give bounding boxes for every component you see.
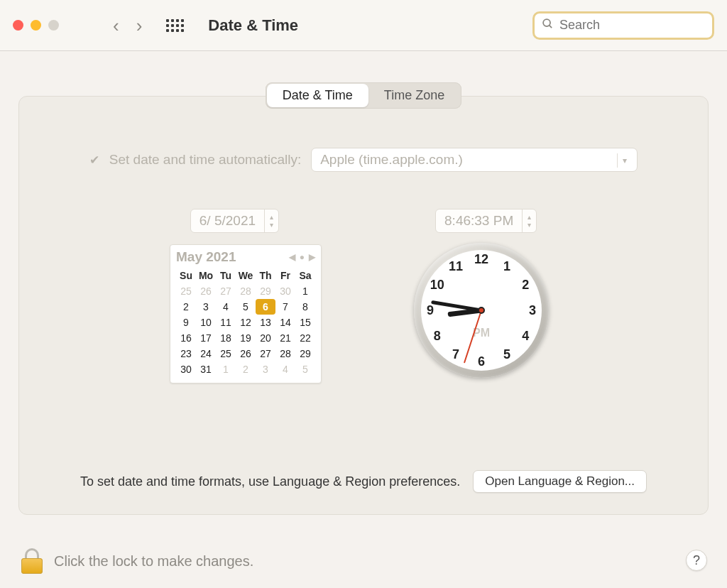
clock-number: 2: [522, 278, 529, 293]
calendar-today-icon[interactable]: ●: [300, 252, 305, 262]
tab-time-zone[interactable]: Time Zone: [368, 84, 460, 107]
chevron-down-icon: ▾: [617, 153, 631, 168]
tab-date-time[interactable]: Date & Time: [267, 84, 368, 107]
calendar-day[interactable]: 25: [216, 346, 236, 361]
clock-number: 3: [529, 303, 536, 318]
calendar-weekday: We: [236, 268, 256, 283]
calendar-day[interactable]: 6: [256, 299, 275, 315]
calendar-day[interactable]: 19: [236, 330, 256, 346]
search-field-wrap[interactable]: [532, 11, 714, 40]
search-input[interactable]: [559, 18, 724, 33]
calendar-day[interactable]: 30: [176, 361, 196, 377]
calendar-day[interactable]: 13: [256, 315, 275, 330]
date-field[interactable]: 6/ 5/2021 ▴▾: [190, 209, 279, 233]
calendar-day[interactable]: 27: [256, 346, 275, 361]
minimize-window-button[interactable]: [31, 20, 41, 31]
calendar-day[interactable]: 23: [176, 346, 196, 361]
calendar-day[interactable]: 18: [216, 330, 236, 346]
calendar-day[interactable]: 5: [295, 361, 315, 377]
calendar-day[interactable]: 29: [295, 346, 315, 361]
calendar-day[interactable]: 16: [176, 330, 196, 346]
calendar-day[interactable]: 25: [176, 283, 196, 299]
time-field[interactable]: 8:46:33 PM ▴▾: [435, 209, 537, 233]
calendar-weekday: Fr: [275, 268, 295, 283]
calendar-day[interactable]: 2: [176, 299, 196, 315]
forward-button[interactable]: ›: [136, 16, 143, 35]
clock-number: 7: [452, 347, 459, 362]
lock-row: Click the lock to make changes.: [21, 548, 253, 574]
zoom-window-button[interactable]: [48, 20, 59, 31]
auto-set-row: ✔ Set date and time automatically: Apple…: [19, 148, 708, 172]
calendar-day[interactable]: 31: [196, 361, 216, 377]
svg-point-0: [543, 19, 550, 26]
calendar-day[interactable]: 3: [196, 299, 216, 315]
calendar-day[interactable]: 26: [196, 283, 216, 299]
calendar-day[interactable]: 29: [256, 283, 275, 299]
nav-arrows: ‹ ›: [113, 16, 142, 35]
calendar-day[interactable]: 1: [295, 283, 315, 299]
calendar-day[interactable]: 1: [216, 361, 236, 377]
lock-icon[interactable]: [21, 548, 43, 574]
calendar-day[interactable]: 21: [275, 330, 295, 346]
calendar-day[interactable]: 2: [236, 361, 256, 377]
calendar-day[interactable]: 10: [196, 315, 216, 330]
calendar-day[interactable]: 14: [275, 315, 295, 330]
calendar-day[interactable]: 15: [295, 315, 315, 330]
calendar-day[interactable]: 20: [256, 330, 275, 346]
traffic-lights: [13, 20, 59, 31]
back-button[interactable]: ‹: [113, 16, 119, 35]
calendar-weekday: Sa: [295, 268, 315, 283]
close-window-button[interactable]: [13, 20, 23, 31]
search-icon: [542, 18, 554, 33]
svg-line-1: [550, 25, 552, 28]
auto-set-label: Set date and time automatically:: [109, 152, 301, 168]
calendar-title: May 2021: [176, 249, 236, 265]
calendar-weekday: Tu: [216, 268, 236, 283]
calendar-day[interactable]: 12: [236, 315, 256, 330]
clock-number: 9: [427, 303, 434, 318]
time-field-value: 8:46:33 PM: [436, 213, 522, 229]
format-hint: To set date and time formats, use Langua…: [80, 474, 460, 489]
open-language-region-button[interactable]: Open Language & Region...: [473, 470, 647, 493]
calendar-day[interactable]: 9: [176, 315, 196, 330]
time-stepper[interactable]: ▴▾: [522, 209, 536, 232]
clock-number: 11: [449, 258, 463, 273]
calendar[interactable]: May 2021 ◀ ● ▶ SuMoTuWeThFrSa25262728293…: [170, 244, 322, 383]
calendar-day[interactable]: 27: [216, 283, 236, 299]
clock-number: 1: [503, 258, 510, 273]
calendar-day[interactable]: 4: [216, 299, 236, 315]
calendar-day[interactable]: 22: [295, 330, 315, 346]
calendar-prev-icon[interactable]: ◀: [289, 252, 295, 262]
show-all-prefs-button[interactable]: [166, 19, 184, 32]
calendar-day[interactable]: 24: [196, 346, 216, 361]
calendar-day[interactable]: 5: [236, 299, 256, 315]
calendar-day[interactable]: 4: [275, 361, 295, 377]
calendar-nav: ◀ ● ▶: [289, 252, 315, 262]
ntp-server-select[interactable]: Apple (time.apple.com.) ▾: [311, 148, 638, 172]
date-stepper[interactable]: ▴▾: [264, 209, 278, 232]
date-field-value: 6/ 5/2021: [191, 213, 264, 229]
help-button[interactable]: ?: [686, 550, 707, 571]
lock-label: Click the lock to make changes.: [54, 553, 253, 570]
calendar-day[interactable]: 17: [196, 330, 216, 346]
calendar-day[interactable]: 8: [295, 299, 315, 315]
pane-tabs: Date & Time Time Zone: [266, 82, 461, 109]
clock-number: 10: [430, 278, 444, 293]
calendar-grid: SuMoTuWeThFrSa25262728293012345678910111…: [176, 268, 315, 377]
preferences-panel: ✔ Set date and time automatically: Apple…: [18, 96, 709, 515]
window-toolbar: ‹ › Date & Time: [0, 0, 727, 51]
auto-set-checkbox[interactable]: ✔: [89, 153, 99, 168]
calendar-day[interactable]: 11: [216, 315, 236, 330]
calendar-day[interactable]: 30: [275, 283, 295, 299]
clock-number: 4: [522, 329, 529, 344]
clock-number: 8: [434, 329, 441, 344]
calendar-day[interactable]: 7: [275, 299, 295, 315]
calendar-day[interactable]: 28: [275, 346, 295, 361]
calendar-next-icon[interactable]: ▶: [309, 252, 315, 262]
calendar-day[interactable]: 26: [236, 346, 256, 361]
ntp-server-value: Apple (time.apple.com.): [320, 152, 463, 168]
calendar-day[interactable]: 3: [256, 361, 275, 377]
analog-clock: 121234567891011 PM: [414, 243, 549, 378]
calendar-day[interactable]: 28: [236, 283, 256, 299]
calendar-weekday: Th: [256, 268, 275, 283]
